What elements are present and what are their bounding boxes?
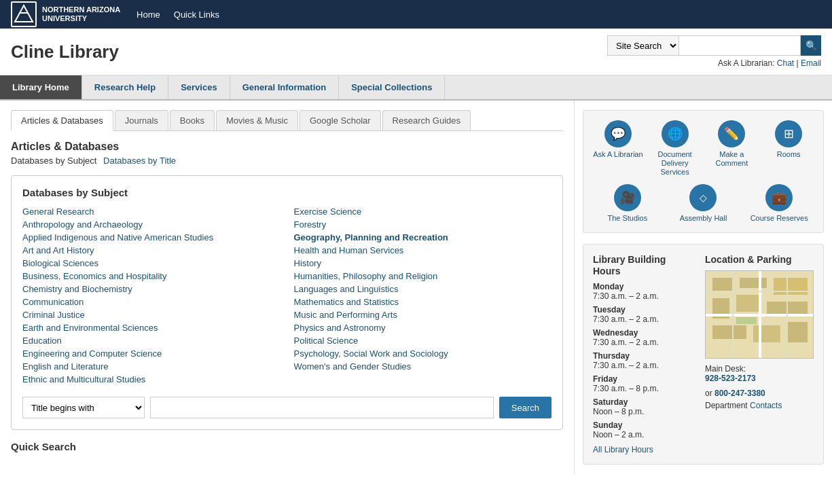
db-nav-label: Databases by Subject (11, 156, 96, 166)
db-link-psychology[interactable]: Psychology, Social Work and Sociology (294, 348, 552, 359)
hours-thursday-time: 7:30 a.m. – 2 a.m. (593, 361, 691, 370)
db-link-womens[interactable]: Women's and Gender Studies (294, 361, 552, 372)
ask-label: Ask A Librarian: (718, 58, 774, 68)
phone2-link[interactable]: 800-247-3380 (715, 389, 765, 398)
db-link-physics[interactable]: Physics and Astronomy (294, 323, 552, 333)
all-library-hours-link[interactable]: All Library Hours (593, 445, 691, 454)
sidebar-make-comment[interactable]: ✏️ Make a Comment (707, 120, 757, 177)
or-phone: or 800-247-3380 (705, 389, 814, 398)
db-link-english[interactable]: English and Literature (22, 361, 281, 372)
db-link-applied-indigenous[interactable]: Applied Indigenous and Native American S… (22, 232, 281, 242)
location-title: Location & Parking (705, 254, 814, 265)
sidebar-ask-librarian[interactable]: 💬 Ask A Librarian (593, 120, 643, 177)
contacts-link[interactable]: Contacts (750, 401, 782, 410)
header-search-bar: Site Search 🔍 (607, 35, 821, 56)
db-link-communication[interactable]: Communication (22, 297, 281, 307)
university-logo: NORTHERN ARIZONAUNIVERSITY (11, 1, 120, 27)
db-link-criminal-justice[interactable]: Criminal Justice (22, 310, 281, 320)
db-link-exercise[interactable]: Exercise Science (294, 206, 552, 217)
hours-friday-time: 7:30 a.m. – 8 p.m. (593, 384, 691, 393)
svg-rect-13 (787, 322, 808, 342)
header-search-select[interactable]: Site Search (607, 35, 679, 56)
top-navbar: NORTHERN ARIZONAUNIVERSITY Home Quick Li… (0, 0, 832, 29)
hours-sunday: Sunday Noon – 2 a.m. (593, 420, 691, 439)
db-link-education[interactable]: Education (22, 336, 281, 346)
header-search-button[interactable]: 🔍 (801, 35, 821, 56)
db-nav: Databases by Subject Databases by Title (11, 156, 563, 166)
logo-icon (11, 1, 37, 27)
db-link-music[interactable]: Music and Performing Arts (294, 310, 552, 320)
sidebar-studios[interactable]: 🎥 The Studios (593, 184, 662, 223)
hours-friday: Friday 7:30 a.m. – 8 p.m. (593, 374, 691, 393)
db-link-math[interactable]: Mathematics and Statistics (294, 297, 552, 307)
nav-library-home[interactable]: Library Home (0, 75, 82, 99)
ask-librarian-icon: 💬 (604, 120, 632, 147)
db-link-humanities[interactable]: Humanities, Philosophy and Religion (294, 271, 552, 281)
db-link-chemistry[interactable]: Chemistry and Biochemistry (22, 284, 281, 294)
phone1-link[interactable]: 928-523-2173 (705, 374, 756, 383)
nav-home[interactable]: Home (137, 10, 160, 20)
db-link-political[interactable]: Political Science (294, 336, 552, 346)
assembly-hall-label: Assembly Hall (680, 214, 727, 223)
or-label: or (705, 389, 712, 398)
db-link-ethnic[interactable]: Ethnic and Multicultural Studies (22, 374, 281, 384)
icon-grid-row2: 🎥 The Studios ◇ Assembly Hall 💼 Course R… (593, 184, 814, 223)
db-link-general-research[interactable]: General Research (22, 206, 281, 217)
db-col-1: General Research Anthropology and Archae… (22, 206, 281, 387)
db-search-row: Title begins with Search (22, 397, 551, 418)
tab-articles-databases[interactable]: Articles & Databases (11, 110, 113, 131)
nav-quick-links[interactable]: Quick Links (174, 10, 219, 20)
db-link-geography[interactable]: Geography, Planning and Recreation (294, 232, 552, 242)
nav-research-help[interactable]: Research Help (82, 75, 168, 99)
sidebar-assembly-hall[interactable]: ◇ Assembly Hall (669, 184, 738, 223)
tab-journals[interactable]: Journals (115, 110, 168, 130)
db-link-forestry[interactable]: Forestry (294, 219, 552, 230)
svg-rect-9 (736, 295, 760, 312)
content-wrapper: Articles & Databases Journals Books Movi… (0, 101, 832, 474)
nav-general-info[interactable]: General Information (230, 75, 340, 99)
db-search-button[interactable]: Search (499, 397, 551, 418)
db-link-history[interactable]: History (294, 258, 552, 268)
hours-thursday-day: Thursday (593, 351, 691, 361)
hours-saturday-time: Noon – 8 p.m. (593, 407, 691, 416)
main-navigation: Library Home Research Help Services Gene… (0, 75, 832, 101)
rooms-icon: ⊞ (775, 120, 802, 147)
header-search-input[interactable] (679, 35, 801, 56)
nav-services[interactable]: Services (168, 75, 230, 99)
main-desk: Main Desk: 928-523-2173 (705, 364, 814, 383)
db-link-earth[interactable]: Earth and Environmental Sciences (22, 323, 281, 333)
map-image[interactable] (705, 270, 814, 359)
hours-monday-time: 7:30 a.m. – 2 a.m. (593, 291, 691, 301)
hours-monday-day: Monday (593, 282, 691, 291)
sidebar-course-reserves[interactable]: 💼 Course Reserves (744, 184, 814, 223)
hours-wednesday: Wednesday 7:30 a.m. – 2 a.m. (593, 328, 691, 347)
hours-title: Library Building Hours (593, 254, 691, 277)
tab-research-guides[interactable]: Research Guides (382, 110, 471, 130)
tab-books[interactable]: Books (170, 110, 215, 130)
location-section: Location & Parking (705, 254, 814, 455)
db-link-business[interactable]: Business, Economics and Hospitality (22, 271, 281, 281)
db-col-2: Exercise Science Forestry Geography, Pla… (294, 206, 552, 387)
main-desk-label: Main Desk: (705, 364, 746, 374)
sidebar-rooms[interactable]: ⊞ Rooms (763, 120, 814, 177)
db-link-anthropology[interactable]: Anthropology and Archaeology (22, 219, 281, 230)
hours-saturday-day: Saturday (593, 397, 691, 407)
title-search-input[interactable] (150, 397, 494, 418)
hours-tuesday-day: Tuesday (593, 305, 691, 314)
db-link-languages[interactable]: Languages and Linguistics (294, 284, 552, 294)
main-content: Articles & Databases Journals Books Movi… (0, 101, 574, 474)
db-link-biological[interactable]: Biological Sciences (22, 258, 281, 268)
db-nav-title-link[interactable]: Databases by Title (103, 156, 176, 166)
make-comment-label: Make a Comment (707, 150, 757, 168)
hours-sunday-time: Noon – 2 a.m. (593, 430, 691, 439)
tab-google-scholar[interactable]: Google Scholar (300, 110, 381, 130)
db-link-art[interactable]: Art and Art History (22, 245, 281, 255)
title-begins-select[interactable]: Title begins with (22, 397, 145, 418)
sidebar-doc-delivery[interactable]: 🌐 Document Delivery Services (650, 120, 700, 177)
nav-special-collections[interactable]: Special Collections (339, 75, 445, 99)
db-link-health[interactable]: Health and Human Services (294, 245, 552, 255)
email-link[interactable]: Email (801, 58, 821, 68)
db-link-engineering[interactable]: Engineering and Computer Science (22, 348, 281, 359)
chat-link[interactable]: Chat (777, 58, 794, 68)
tab-movies-music[interactable]: Movies & Music (216, 110, 298, 130)
